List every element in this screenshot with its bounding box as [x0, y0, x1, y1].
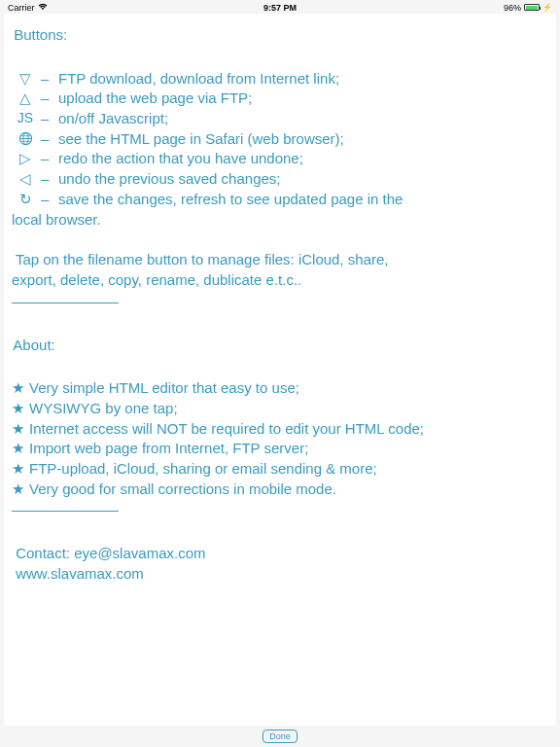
triangle-up-icon: △	[10, 89, 41, 109]
document-content: Buttons: ▽ – FTP download, download from…	[4, 14, 556, 726]
status-time: 9:57 PM	[263, 3, 297, 13]
refresh-icon: ↻	[10, 190, 41, 210]
button-item-js: JS – on/off Javascript;	[10, 109, 550, 129]
star-icon: ★	[12, 439, 29, 459]
button-item-safari: – see the HTML page in Safari (web brows…	[10, 129, 550, 150]
battery-icon	[524, 4, 540, 11]
about-item: ★Import web page from Internet, FTP serv…	[10, 439, 550, 459]
button-item-upload: △ – upload the web page via FTP;	[10, 89, 550, 109]
about-item: ★Internet access will NOT be required to…	[10, 419, 550, 440]
website-line: www.slavamax.com	[10, 564, 550, 585]
triangle-down-icon: ▽	[10, 69, 41, 89]
battery-percent: 96%	[504, 3, 521, 13]
status-bar: Carrier 9:57 PM 96% ⚡	[0, 0, 560, 14]
done-button[interactable]: Done	[262, 729, 298, 743]
tap-paragraph-line2: export, delete, copy, rename, dublicate …	[10, 270, 550, 291]
carrier-label: Carrier	[8, 3, 35, 13]
js-icon: JS	[10, 109, 41, 129]
globe-icon	[10, 129, 41, 150]
about-item: ★Very good for small corrections in mobi…	[10, 480, 550, 500]
button-item-redo: ▷ – redo the action that you have undone…	[10, 149, 550, 169]
star-icon: ★	[12, 480, 29, 500]
bottom-toolbar: Done	[0, 726, 560, 747]
button-item-download: ▽ – FTP download, download from Internet…	[10, 69, 550, 89]
divider	[12, 511, 119, 512]
contact-line: Contact: eye@slavamax.com	[10, 544, 550, 564]
about-title: About:	[10, 336, 550, 356]
star-icon: ★	[12, 378, 29, 399]
triangle-left-icon: ◁	[10, 169, 41, 190]
about-item: ★WYSIWYG by one tap;	[10, 399, 550, 419]
button-item-save: ↻ – save the changes, refresh to see upd…	[10, 190, 550, 210]
wifi-icon	[38, 3, 48, 13]
tap-paragraph-line1: Tap on the filename button to manage fil…	[10, 250, 550, 270]
about-item: ★FTP-upload, iCloud, sharing or email se…	[10, 459, 550, 480]
star-icon: ★	[12, 399, 29, 419]
charging-icon: ⚡	[542, 3, 552, 12]
divider	[12, 302, 119, 303]
buttons-title: Buttons:	[10, 25, 550, 46]
button-item-undo: ◁ – undo the previous saved changes;	[10, 169, 550, 190]
about-item: ★Very simple HTML editor that easy to us…	[10, 378, 550, 399]
triangle-right-icon: ▷	[10, 149, 41, 169]
button-item-save-wrap: local browser.	[10, 210, 550, 231]
star-icon: ★	[12, 419, 29, 440]
star-icon: ★	[12, 459, 29, 480]
